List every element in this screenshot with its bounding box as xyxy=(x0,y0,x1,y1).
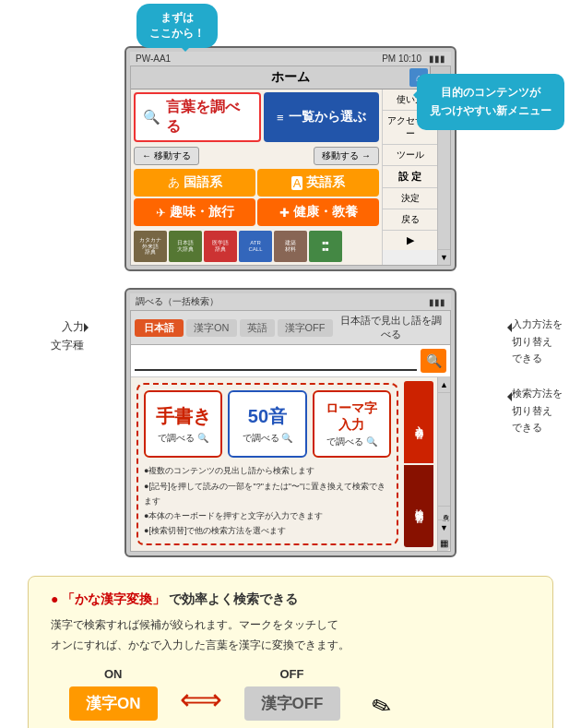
input-charset-label: 入力 文字種 xyxy=(51,317,84,355)
cat-hobby-label: 趣味・旅行 xyxy=(170,204,234,221)
move-left-btn[interactable]: ← 移動する xyxy=(134,147,199,165)
device-model: PW-AA1 xyxy=(136,54,171,64)
device1-screen: ホーム ⌂ ▲ 🔍 言葉を調べる ≡ 一覧から選ぶ xyxy=(130,66,451,266)
back-btn[interactable]: 戻る xyxy=(438,506,450,519)
search-go-btn[interactable]: 🔍 xyxy=(421,349,446,373)
scroll2-down-btn[interactable]: ▼ xyxy=(438,519,450,535)
book-1: カタカナ外来語辞典 xyxy=(134,231,167,262)
cat-english-label: 英語系 xyxy=(306,174,345,191)
list-button[interactable]: ≡ 一覧から選ぶ xyxy=(264,92,380,142)
handwriting-sub: で調べる 🔍 xyxy=(158,432,208,445)
book-5: 建築材料 xyxy=(274,231,307,262)
device2-battery: ▮▮▮ xyxy=(429,297,445,307)
bubble-right-line1: 目的のコンテンツが xyxy=(441,86,540,99)
search-label: 言葉を調べる xyxy=(166,98,252,137)
off-label: OFF xyxy=(280,667,304,681)
search-input-row: 🔍 xyxy=(131,345,450,377)
gojuon-sub: で調べる 🔍 xyxy=(243,432,293,445)
search-magnifier-icon: 🔍 xyxy=(143,109,160,125)
section3-bullet: ● xyxy=(51,591,58,606)
cat-hobby-btn[interactable]: ✈ 趣味・旅行 xyxy=(134,198,255,226)
search-button[interactable]: 🔍 言葉を調べる xyxy=(134,92,261,142)
book-4: ATRCALL xyxy=(239,231,272,262)
input-switch-btn[interactable]: 入力切替 xyxy=(404,381,433,463)
util-btn-6[interactable]: 戻る xyxy=(383,209,437,231)
bubble-top-line1: まずは xyxy=(160,11,194,24)
cat-hobby-icon: ✈ xyxy=(156,206,166,220)
cat-health-btn[interactable]: ✚ 健康・教養 xyxy=(257,198,379,226)
cat-english-icon: A xyxy=(291,176,303,190)
scroll-down-btn[interactable]: ▼ xyxy=(438,249,450,265)
handwriting-title: 手書き xyxy=(156,404,211,429)
tab-romaji[interactable]: 漢字ON xyxy=(186,319,237,337)
section3-body: 漢字で検索すれば候補が絞られます。マークをタッチして オンにすれば、かなで入力し… xyxy=(51,615,530,655)
bullet-list: ●複数のコンテンツの見出し語から検索します ●[記号]を押して読みの一部を"?"… xyxy=(144,463,391,538)
device2-menu-icon: ▦ xyxy=(438,535,450,551)
bullet-4: ●[検索切替]で他の検索方法を選べます xyxy=(144,523,391,538)
search-switch-label: 検索方法を 切り替え できる xyxy=(512,385,563,436)
kanji-on-button[interactable]: 漢字ON xyxy=(69,686,158,721)
search-switch-btn[interactable]: 検索切替 xyxy=(404,465,433,547)
device2-header: 調べる（一括検索） ▮▮▮ xyxy=(130,293,451,310)
device2-screen: 日本語 漢字ON 英語 漢字OFF 日本語で見出し語を調べる 🔍 xyxy=(130,310,451,552)
device2-frame: 調べる（一括検索） ▮▮▮ 日本語 漢字ON 英語 漢字OFF xyxy=(125,288,456,557)
romaji-sub: で調べる 🔍 xyxy=(326,436,377,448)
gojuon-title: 50音 xyxy=(248,404,287,429)
device2-scrollbar: ▲ 戻る ▼ ▦ xyxy=(437,377,450,551)
books-row: カタカナ外来語辞典 日本語大辞典 医学語辞典 ATRCALL 建築材料 ■■■■ xyxy=(131,228,382,265)
title-bar: ホーム ⌂ ▲ xyxy=(131,66,450,90)
cat-health-icon: ✚ xyxy=(279,206,290,220)
list-label: 一覧から選ぶ xyxy=(289,109,366,125)
screen-title: ホーム xyxy=(271,69,310,86)
tab-off[interactable]: 漢字OFF xyxy=(278,319,333,337)
side-arrow-icon: ▶ xyxy=(383,231,437,250)
category-grid: あ 国語系 A 英語系 ✈ 趣味・旅行 ✚ 健康 xyxy=(131,167,382,228)
util-btn-4[interactable]: 設 定 xyxy=(383,166,437,188)
util-btn-5[interactable]: 決定 xyxy=(383,188,437,209)
device2-title: 調べる（一括検索） xyxy=(136,295,219,308)
book-3: 医学語辞典 xyxy=(204,231,237,262)
move-row: ← 移動する 移動する → xyxy=(131,145,382,167)
scroll2-up-btn[interactable]: ▲ xyxy=(438,377,450,393)
kanji-demo-row: ON 漢字ON ⟺ OFF 漢字OFF ✏ xyxy=(51,667,530,721)
handwriting-method-btn[interactable]: 手書き で調べる 🔍 xyxy=(144,390,222,458)
book-2: 日本語大辞典 xyxy=(169,231,202,262)
battery-icon: ▮▮▮ xyxy=(429,54,445,64)
side-switch-panel: 入力切替 検索切替 xyxy=(404,381,433,547)
section3-title: ● 「かな漢字変換」 で効率よく検索できる xyxy=(51,591,530,608)
cat-english-btn[interactable]: A 英語系 xyxy=(257,169,379,197)
kanji-off-button[interactable]: 漢字OFF xyxy=(244,686,340,721)
bullet-1: ●複数のコンテンツの見出し語から検索します xyxy=(144,463,391,478)
romaji-method-btn[interactable]: ローマ字入力 で調べる 🔍 xyxy=(313,390,391,458)
device-time: PM 10:10 xyxy=(382,54,421,64)
bubble-right-callout: 目的のコンテンツが 見つけやすい新メニュー xyxy=(417,74,564,130)
search-text-input[interactable] xyxy=(135,351,417,371)
tab-english[interactable]: 英語 xyxy=(240,319,275,337)
bubble-top-callout: まずは ここから！ xyxy=(136,4,218,48)
on-label: ON xyxy=(104,667,123,681)
on-column: ON 漢字ON xyxy=(69,667,158,721)
section3-kanji: ● 「かな漢字変換」 で効率よく検索できる 漢字で検索すれば候補が絞られます。マ… xyxy=(28,576,553,728)
cat-japanese-label: 国語系 xyxy=(184,174,222,191)
section3-title-highlight: 「かな漢字変換」 xyxy=(62,591,165,606)
bullet-3: ●本体のキーボードを押すと文字が入力できます xyxy=(144,508,391,523)
book-6: ■■■■ xyxy=(309,231,342,262)
bubble-top-line2: ここから！ xyxy=(149,27,205,40)
move-right-btn[interactable]: 移動する → xyxy=(314,147,379,165)
util-btn-3[interactable]: ツール xyxy=(383,145,437,166)
cat-japanese-btn[interactable]: あ 国語系 xyxy=(134,169,255,197)
gojuon-method-btn[interactable]: 50音 で調べる 🔍 xyxy=(228,390,306,458)
search-hint-text: 日本語で見出し語を調べる xyxy=(336,314,447,341)
device1-frame: PW-AA1 PM 10:10 ▮▮▮ ホーム ⌂ ▲ 🔍 言葉を調べる xyxy=(125,46,456,271)
method-dashed-box: 手書き で調べる 🔍 50音 で調べる 🔍 xyxy=(136,383,398,545)
bullet-2: ●[記号]を押して読みの一部を"?"または"〜"に置き換えて検索できます xyxy=(144,479,391,508)
list-icon: ≡ xyxy=(277,111,284,125)
tab-japanese[interactable]: 日本語 xyxy=(135,319,184,337)
device1-header: PW-AA1 PM 10:10 ▮▮▮ xyxy=(130,52,451,66)
off-column: OFF 漢字OFF xyxy=(244,667,340,721)
search-row: 🔍 言葉を調べる ≡ 一覧から選ぶ xyxy=(131,90,382,145)
input-switch-label: 入力方法を 切り替え できる xyxy=(512,316,563,367)
arrow-double-icon: ⟺ xyxy=(180,682,222,717)
pencil-icon: ✏ xyxy=(366,688,397,722)
cat-health-label: 健康・教養 xyxy=(293,204,358,221)
